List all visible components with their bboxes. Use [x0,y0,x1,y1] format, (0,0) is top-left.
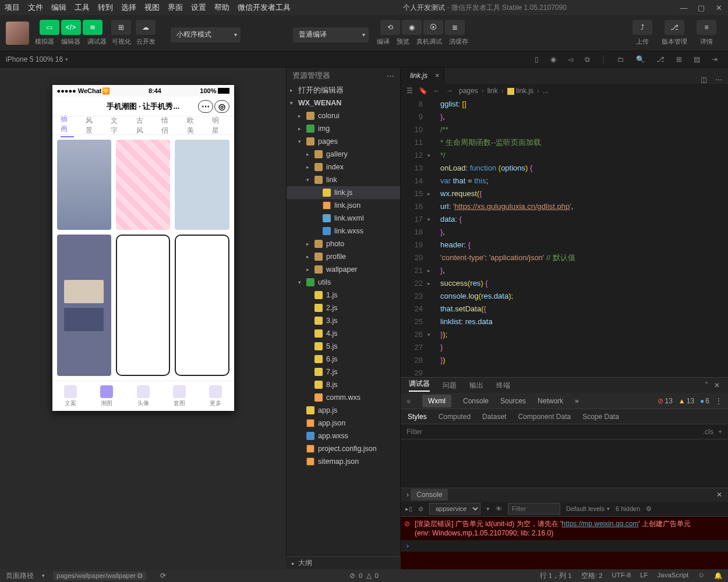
file-app.json[interactable]: app.json [287,417,400,430]
file-link[interactable]: ▾link [287,173,400,186]
file-link.wxml[interactable]: link.wxml [287,212,400,225]
file-app.js[interactable]: app.js [287,404,400,417]
file-profile[interactable]: ▸profile [287,250,400,263]
context-select[interactable]: appservice [429,503,480,514]
file-img[interactable]: ▸img [287,122,400,135]
menu-设置[interactable]: 设置 [191,2,206,13]
menu-选择[interactable]: 选择 [121,2,136,13]
file-app.wxss[interactable]: app.wxss [287,430,400,442]
debugger-tab[interactable]: 调试器 [409,379,430,392]
file-1.js[interactable]: 1.js [287,289,400,301]
explorer-more-icon[interactable]: ⋯ [387,72,394,80]
file-photo[interactable]: ▸photo [287,237,400,250]
menu-帮助[interactable]: 帮助 [214,2,229,13]
hidden-count[interactable]: 6 hidden [616,505,640,512]
open-editors-section[interactable]: ▸打开的编辑器 [287,84,400,97]
styles-filter[interactable]: Filter [407,428,422,436]
eye-icon[interactable]: 👁 [496,505,502,512]
editor-toggle[interactable]: </> [61,20,81,35]
version-button[interactable]: ⎇ [665,20,684,35]
debugger-toggle[interactable]: ≋ [83,20,103,35]
sim-tab-bar[interactable]: 文案潮图头像套图更多 [52,381,234,411]
sim-category-tabs[interactable]: 插画风景文字古风情侣欧美明星 [52,116,234,135]
record-icon[interactable]: ◉ [550,55,556,63]
menu-capsule[interactable]: ⋯ [198,100,213,113]
console-output[interactable]: [渲染层错误] 广告单元 id(unit-id) 为空，请先在 'https:/… [401,517,728,570]
feedback-icon[interactable]: ☺ [698,572,705,580]
network-tab[interactable]: Network [538,397,563,405]
file-link.js[interactable]: link.js [287,186,400,199]
file-link.wxss[interactable]: link.wxss [287,225,400,237]
project-root[interactable]: ▾WX_WENAN [287,97,400,109]
close-button[interactable]: ✕ [714,3,723,12]
menu-文件[interactable]: 文件 [28,2,43,13]
file-2.js[interactable]: 2.js [287,301,400,314]
simulator-toggle[interactable]: ▭ [40,20,59,35]
menu-界面[interactable]: 界面 [168,2,183,13]
file-pages[interactable]: ▾pages [287,135,400,148]
outline-section[interactable]: ▸大纲 [286,556,401,569]
visual-button[interactable]: ⊞ [111,20,131,35]
compile-select[interactable]: 普通编译 [293,27,369,42]
console-close-icon[interactable]: ✕ [716,491,722,499]
file-5.js[interactable]: 5.js [287,340,400,353]
menu-微信开发者工具[interactable]: 微信开发者工具 [238,2,291,13]
file-7.js[interactable]: 7.js [287,365,400,378]
back-icon[interactable]: ← [433,87,440,95]
terminal-tab[interactable]: 终端 [496,381,510,391]
editor-tab-active[interactable]: link.js× [401,68,444,84]
compile-button[interactable]: ⟲ [380,20,400,35]
console-toggle-icon[interactable]: › [407,491,409,499]
outline-icon[interactable]: ▤ [694,55,700,63]
split-editor-icon[interactable]: ◫ [701,76,707,84]
maximize-button[interactable]: ▢ [697,3,706,12]
log-levels[interactable]: Default levels▾ [566,505,610,512]
cls-toggle[interactable]: .cls [703,428,713,436]
device-icon[interactable]: ▯ [535,55,539,63]
console-drawer-tab[interactable]: Console [411,489,448,501]
breadcrumb[interactable]: ☰ 🔖 ← → pages›link› link.js›... [401,84,728,98]
details-button[interactable]: ≡ [697,20,716,35]
output-tab[interactable]: 输出 [469,381,483,391]
mute-icon[interactable]: ◅ [568,55,573,63]
file-wallpaper[interactable]: ▸wallpaper [287,263,400,276]
sim-wallpaper-grid[interactable] [52,135,234,381]
refresh-icon[interactable]: ⟳ [160,572,166,580]
add-style-icon[interactable]: + [718,428,722,436]
file-project.config.json[interactable]: project.config.json [287,442,400,455]
language-mode[interactable]: JavaScript [658,572,689,580]
menu-工具[interactable]: 工具 [75,2,90,13]
styles-tab[interactable]: Styles [408,413,427,421]
cursor-pos[interactable]: 行 1，列 1 [540,572,572,580]
device-select[interactable]: iPhone 5 100% 16 [6,55,63,63]
menu-转到[interactable]: 转到 [98,2,113,13]
panel-toggle-icon[interactable]: ˄ [705,381,708,389]
editor-more-icon[interactable]: ⋯ [715,76,722,84]
avatar[interactable] [6,22,29,45]
close-capsule[interactable]: ◎ [214,100,229,113]
console-settings-icon[interactable]: ⚙ [646,505,652,513]
extensions-icon[interactable]: ⊞ [676,55,682,63]
close-tab-icon[interactable]: × [435,72,439,80]
indent-info[interactable]: 空格: 2 [581,572,603,580]
explorer-icon[interactable]: 🗀 [617,55,624,63]
console-filter[interactable] [508,503,560,514]
mode-select[interactable]: 小程序模式 [171,27,241,42]
forward-icon[interactable]: → [446,87,453,95]
wxml-tab[interactable]: Wxml [422,395,451,407]
eol[interactable]: LF [640,572,648,580]
clear-cache-button[interactable]: ≣ [445,20,465,35]
file-sitemap.json[interactable]: sitemap.json [287,455,400,468]
file-gallery[interactable]: ▸gallery [287,148,400,161]
file-colorui[interactable]: ▸colorui [287,109,400,122]
clear-console-icon[interactable]: ⊘ [418,505,423,513]
encoding[interactable]: UTF-8 [612,572,631,580]
menu-项目[interactable]: 项目 [5,2,20,13]
remote-debug-button[interactable]: ⦿ [423,20,443,35]
sources-tab[interactable]: Sources [500,397,526,405]
list-icon[interactable]: ☰ [407,87,413,95]
upload-button[interactable]: ⤴ [632,20,652,35]
preview-button[interactable]: ◉ [402,20,422,35]
file-link.json[interactable]: link.json [287,199,400,212]
file-6.js[interactable]: 6.js [287,353,400,365]
